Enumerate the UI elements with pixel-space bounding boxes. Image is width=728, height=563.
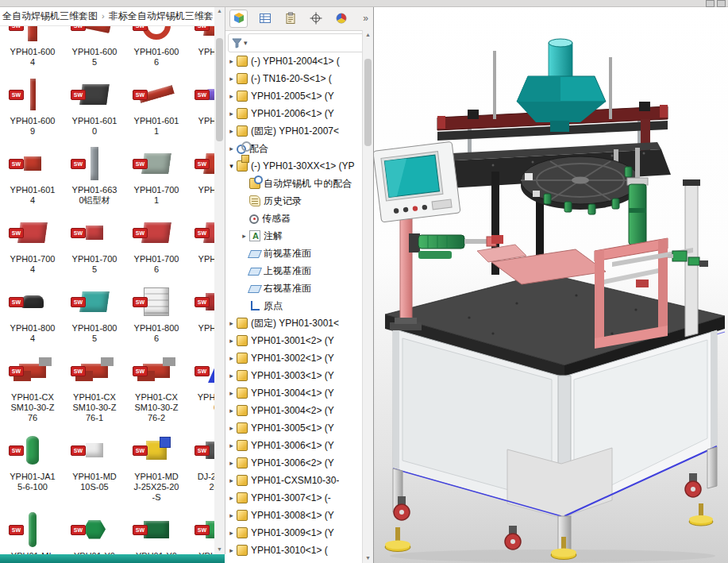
library-item[interactable]: SW YPH01-7005 — [64, 211, 125, 280]
tab-displaymanager[interactable] — [333, 10, 349, 27]
tree-item[interactable]: 右视基准面 — [226, 280, 363, 297]
library-item[interactable]: SW YPH01-6006 — [125, 26, 187, 73]
tree-item[interactable]: 前视基准面 — [226, 245, 363, 262]
expand-arrow-icon[interactable] — [226, 442, 237, 449]
library-item[interactable]: SW YPH01-进料Y09-75 — [187, 508, 214, 555]
library-scrollbar[interactable]: ▲ ▼ — [214, 6, 225, 554]
expand-arrow-icon[interactable] — [226, 494, 237, 502]
tree-scrollbar-thumb[interactable] — [364, 59, 372, 146]
tree-item[interactable]: YPH01-3007<1> (- — [226, 489, 363, 507]
library-item[interactable]: SW DJ-25X25-20-S — [187, 429, 214, 508]
library-item[interactable]: SW YPH01-6005 — [64, 26, 125, 73]
expand-arrow-icon[interactable] — [226, 110, 237, 118]
library-item[interactable]: SW YPH01-8006 — [125, 280, 187, 349]
expand-arrow-icon[interactable] — [226, 354, 237, 362]
tree-filter[interactable]: ▾ — [228, 33, 370, 52]
expand-arrow-icon[interactable] — [226, 372, 237, 380]
library-item[interactable]: SW YPH01-CXSM10-30-Z76-2 — [125, 349, 187, 429]
expand-arrow-icon[interactable] — [226, 546, 237, 554]
library-item[interactable]: SW YPH01-70 — [187, 211, 214, 280]
library-item[interactable]: SW YPH01-CXSM10-30-Z76-1 — [64, 349, 125, 429]
library-item[interactable]: SW YPH01-MD10S-05 — [64, 429, 125, 508]
tree-item[interactable]: (固定) YPH01-2007< — [226, 122, 363, 140]
library-item[interactable]: SW YPH01-70 — [187, 142, 214, 211]
tree-item[interactable]: YPH01-3009<1> (Y — [226, 524, 363, 542]
library-item[interactable]: SW YPH01-7004 — [2, 211, 64, 280]
tree-scrollbar[interactable]: ▲ ▼ — [362, 30, 373, 563]
tab-propertymanager[interactable] — [256, 10, 273, 27]
library-item[interactable]: SW YPH01-MI-16x30-S-U — [2, 508, 64, 555]
library-item[interactable]: SW YPH01-7001 — [125, 142, 187, 211]
library-item[interactable]: SW YPH01-CXSM10-30-Z76 — [2, 349, 64, 429]
tree-item[interactable]: YPH01-3005<1> (Y — [226, 419, 363, 437]
tree-item[interactable]: YPH01-2006<1> (Y — [226, 105, 363, 122]
tree-item[interactable]: 原点 — [226, 297, 363, 314]
tree-item[interactable]: YPH01-3004<1> (Y — [226, 384, 363, 402]
tree-item[interactable]: 注解 — [226, 227, 363, 245]
expand-arrow-icon[interactable] — [226, 57, 237, 65]
tree-item[interactable]: YPH01-CXSM10-30- — [226, 472, 363, 489]
library-item[interactable]: SW YPH01-Y07-43D4-5060 — [64, 508, 125, 555]
library-item[interactable]: SW YPH01-8005 — [64, 280, 125, 349]
expand-arrow-icon[interactable] — [226, 92, 237, 100]
tab-featuremanager[interactable] — [229, 10, 248, 28]
scroll-down-icon[interactable]: ▼ — [214, 545, 225, 554]
library-item[interactable]: SW YPH01-6014 — [2, 142, 64, 211]
library-item[interactable]: SW YPH01-MDJ-25X25-20-S — [125, 429, 187, 508]
expand-arrow-icon[interactable] — [226, 407, 237, 415]
library-item[interactable]: SW YPH01-6004 — [2, 26, 64, 73]
library-item[interactable]: SW YPH01-6630铝型材 — [64, 142, 125, 211]
tree-item[interactable]: YPH01-3006<2> (Y — [226, 454, 363, 472]
tree-item[interactable]: YPH01-3002<1> (Y — [226, 349, 363, 367]
tree-item[interactable]: (-) TN16-20-S<1> ( — [226, 70, 363, 87]
tree-item[interactable]: (-) YPH01-30XX<1> (YP — [226, 157, 363, 175]
library-item[interactable]: SW YPH01-60 — [187, 73, 214, 142]
breadcrumb-tab-2[interactable]: 非标全自动焊锡机三维套 — [109, 10, 214, 23]
breadcrumb-tab-1[interactable]: 全自动焊锡机三维套图 — [2, 10, 98, 23]
library-item[interactable]: SW YPH01-JA15-6-100 — [2, 429, 64, 508]
library-item[interactable]: SW YPH01-6010 — [64, 73, 125, 142]
library-item[interactable]: SW YPH01-7006 — [125, 211, 187, 280]
tree-item[interactable]: YPH01-3008<1> (Y — [226, 507, 363, 524]
tree-item[interactable]: 上视基准面 — [226, 262, 363, 280]
expand-arrow-icon[interactable] — [226, 389, 237, 397]
library-item[interactable]: SW YPH01-6009 — [2, 73, 64, 142]
tab-dimxpertmanager[interactable] — [307, 10, 324, 27]
scroll-up-icon[interactable]: ▲ — [214, 6, 225, 16]
library-item[interactable]: SW YPH01-Y07-59D1-3074马达 — [125, 508, 187, 555]
library-item[interactable]: SW YPH01-80 — [187, 280, 214, 349]
expand-arrow-icon[interactable] — [226, 511, 237, 519]
expand-arrow-icon[interactable] — [226, 75, 237, 83]
grid-icon[interactable] — [717, 0, 726, 7]
tree-item[interactable]: YPH01-3003<1> (Y — [226, 367, 363, 384]
layout-icon[interactable] — [706, 0, 715, 7]
graphics-viewport[interactable] — [373, 0, 728, 563]
expand-arrow-icon[interactable] — [226, 529, 237, 537]
scroll-up-icon[interactable]: ▲ — [363, 30, 373, 40]
expand-arrow-icon[interactable] — [239, 232, 249, 240]
library-scrollbar-thumb[interactable] — [216, 38, 223, 141]
expand-arrow-icon[interactable] — [226, 424, 237, 432]
expand-arrow-icon[interactable] — [226, 145, 237, 152]
expand-arrow-icon[interactable] — [226, 337, 237, 345]
tree-item[interactable]: (固定) YPH01-3001< — [226, 314, 363, 332]
expand-arrow-icon[interactable] — [226, 476, 237, 484]
expand-arrow-icon[interactable] — [226, 459, 237, 467]
library-item[interactable]: SW YPH01-R067 — [187, 349, 214, 429]
tree-item[interactable]: YPH01-2005<1> (Y — [226, 87, 363, 105]
tab-configurationmanager[interactable] — [282, 10, 299, 27]
library-item[interactable]: SW YPH01-6011 — [125, 73, 187, 142]
scroll-down-icon[interactable]: ▼ — [363, 553, 373, 563]
tree-item[interactable]: 历史记录 — [226, 192, 363, 210]
tree-item[interactable]: (-) YPH01-2004<1> ( — [226, 52, 363, 70]
library-item[interactable]: SW YPH01-8004 — [2, 280, 64, 349]
library-item[interactable]: SW YPH01-60 — [187, 26, 214, 73]
expand-arrow-icon[interactable] — [226, 127, 237, 135]
tabs-overflow-chevron-icon[interactable]: » — [363, 13, 368, 24]
tree-item[interactable]: 传感器 — [226, 210, 363, 227]
tree-item[interactable]: YPH01-3004<2> (Y — [226, 402, 363, 419]
tree-item[interactable]: YPH01-3010<1> ( — [226, 542, 363, 559]
tree-item[interactable]: YPH01-3001<2> (Y — [226, 332, 363, 349]
tree-item[interactable]: YPH01-3006<1> (Y — [226, 437, 363, 454]
expand-arrow-icon[interactable] — [226, 319, 237, 327]
